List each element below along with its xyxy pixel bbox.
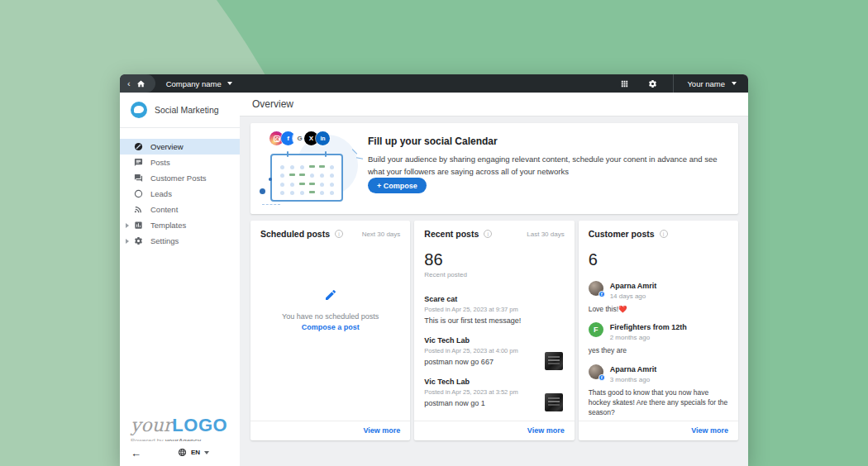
card-period-label: Next 30 days: [362, 231, 401, 238]
screenshot-stage: ‹ Company name Your name: [0, 0, 868, 466]
sidebar-item-label: Customer Posts: [150, 174, 207, 183]
chevron-down-icon: [732, 82, 737, 85]
customer-posts-list: f Aparna Amrit 14 days ago Love this!❤️: [579, 281, 738, 418]
post-time: 2 months ago: [610, 334, 687, 341]
recent-posts-list: Scare cat Posted in Apr 25, 2023 at 9:37…: [414, 295, 574, 408]
topbar-right: Your name: [610, 74, 748, 93]
back-arrow-icon[interactable]: ←: [131, 448, 141, 459]
avatar: f: [589, 364, 603, 379]
card-footer: View more: [250, 421, 410, 440]
sidebar-item-customer-posts[interactable]: Customer Posts: [120, 170, 240, 186]
posts-icon: [134, 158, 143, 167]
info-icon[interactable]: [335, 230, 343, 238]
chevron-left-icon[interactable]: ‹: [127, 79, 131, 88]
settings-button[interactable]: [638, 74, 666, 93]
decor-dot: [260, 188, 265, 194]
page-header: Overview: [240, 93, 748, 116]
calendar-graphic: [270, 154, 343, 202]
post-title: Vic Tech Lab: [424, 336, 564, 345]
expand-arrow-icon[interactable]: [126, 223, 129, 228]
banner-text: Fill up your social Calendar Build your …: [368, 136, 722, 178]
customer-posts-count: 6: [589, 250, 738, 269]
leads-icon: [134, 189, 143, 198]
recent-posts-count-label: Recent posted: [424, 271, 574, 278]
post-title: Scare cat: [424, 295, 564, 303]
app-window: ‹ Company name Your name: [120, 74, 748, 466]
post-title: Vic Tech Lab: [424, 378, 564, 386]
view-more-link[interactable]: View more: [363, 426, 400, 435]
empty-state: You have no scheduled posts Compose a po…: [250, 288, 410, 331]
chevron-down-icon: [227, 82, 232, 85]
banner-description: Build your audience by sharing engaging …: [368, 154, 722, 178]
language-code: EN: [191, 449, 200, 456]
avatar: f: [589, 281, 603, 296]
post-time: 3 months ago: [610, 376, 657, 383]
summary-cards: Scheduled posts Next 30 days You have no…: [250, 221, 738, 440]
calendar-ring: [287, 151, 289, 157]
card-header: Customer posts: [579, 221, 738, 239]
linkedin-icon: in: [316, 131, 330, 145]
sidebar-item-content[interactable]: Content: [120, 202, 240, 217]
card-header: Recent posts Last 30 days: [414, 221, 574, 239]
sidebar-item-label: Posts: [150, 158, 170, 167]
agency-logo: yourLOGO Powered by yourAgency: [131, 416, 227, 445]
sidebar-item-label: Leads: [150, 189, 172, 198]
post-time: 14 days ago: [610, 292, 657, 300]
customer-post-item[interactable]: f Aparna Amrit 3 months ago Thats good t…: [589, 364, 728, 418]
card-header: Scheduled posts Next 30 days: [250, 221, 410, 239]
home-nav-pill[interactable]: ‹: [120, 74, 155, 93]
post-message: postman now go 667: [424, 358, 564, 366]
customer-name: Aparna Amrit: [610, 281, 657, 290]
compose-a-post-link[interactable]: Compose a post: [250, 323, 410, 331]
customer-name: Aparna Amrit: [610, 364, 657, 373]
scheduled-posts-card: Scheduled posts Next 30 days You have no…: [250, 221, 410, 440]
customer-posts-icon: [134, 174, 143, 183]
sidebar-menu: Overview Posts Customer Posts Leads Cont…: [120, 128, 240, 249]
recent-post-item[interactable]: Vic Tech Lab Posted in Apr 25, 2023 at 3…: [424, 378, 564, 408]
app-brand: Social Marketing: [120, 93, 240, 128]
chevron-down-icon: [204, 451, 209, 454]
main-area: Overview: [240, 93, 748, 466]
card-title: Scheduled posts: [260, 229, 330, 239]
card-period-label: Last 30 days: [527, 231, 564, 238]
sidebar-item-label: Overview: [150, 142, 184, 151]
view-more-link[interactable]: View more: [691, 426, 728, 435]
sidebar-item-label: Content: [150, 205, 178, 214]
post-message: Thats good to know that you now have hoc…: [589, 388, 728, 418]
recent-post-item[interactable]: Vic Tech Lab Posted in Apr 25, 2023 at 4…: [424, 336, 564, 367]
apps-grid-button[interactable]: [610, 74, 638, 93]
customer-name: Firefighters from 12th: [610, 322, 687, 331]
avatar: F: [589, 322, 603, 337]
logo-prefix: your: [131, 415, 172, 435]
card-title: Recent posts: [424, 229, 479, 239]
calendar-ring: [325, 151, 327, 157]
recent-post-item[interactable]: Scare cat Posted in Apr 25, 2023 at 9:37…: [424, 295, 564, 326]
sidebar-item-leads[interactable]: Leads: [120, 186, 240, 202]
facebook-badge-icon: f: [599, 374, 605, 381]
sidebar-item-settings[interactable]: Settings: [120, 233, 240, 249]
customer-post-item[interactable]: f Aparna Amrit 14 days ago Love this!❤️: [589, 281, 728, 314]
topbar: ‹ Company name Your name: [120, 74, 748, 93]
sidebar-item-posts[interactable]: Posts: [120, 155, 240, 170]
user-name-label: Your name: [687, 79, 725, 88]
home-icon[interactable]: [136, 79, 145, 88]
post-date: Posted in Apr 25, 2023 at 3:52 pm: [424, 388, 564, 396]
sidebar-item-overview[interactable]: Overview: [120, 139, 240, 155]
compose-button[interactable]: + Compose: [368, 178, 427, 193]
user-menu[interactable]: Your name: [674, 74, 748, 93]
view-more-link[interactable]: View more: [527, 426, 565, 435]
decor-dashes: [262, 204, 280, 205]
language-selector[interactable]: EN: [178, 448, 209, 457]
empty-message: You have no scheduled posts: [250, 312, 410, 321]
sidebar-item-label: Templates: [150, 221, 186, 230]
company-selector[interactable]: Company name: [166, 79, 232, 88]
expand-arrow-icon[interactable]: [126, 239, 129, 244]
card-footer: View more: [579, 421, 738, 440]
customer-post-item[interactable]: F Firefighters from 12th 2 months ago ye…: [589, 322, 728, 355]
post-thumbnail: [545, 393, 563, 411]
info-icon[interactable]: [484, 230, 492, 238]
sidebar-item-templates[interactable]: Templates: [120, 217, 240, 233]
customer-posts-card: Customer posts 6 f Aparna Amrit 14 day: [579, 221, 738, 440]
logo-name: LOGO: [172, 415, 227, 435]
info-icon[interactable]: [660, 230, 668, 238]
